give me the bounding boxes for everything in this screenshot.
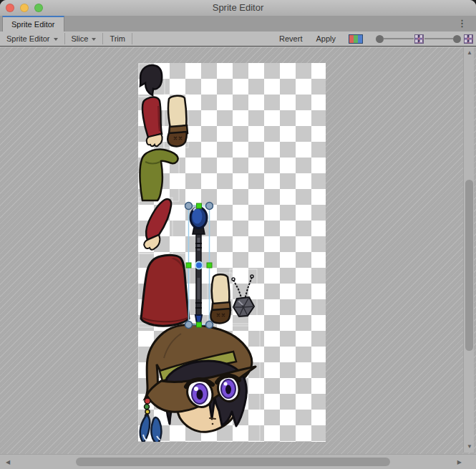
edge-resize-handle[interactable] xyxy=(197,322,202,327)
horizontal-scrollbar-thumb[interactable] xyxy=(76,458,391,466)
chevron-down-icon xyxy=(54,38,58,41)
sprite-arm-sleeve-right[interactable] xyxy=(144,199,171,250)
trim-button[interactable]: Trim xyxy=(103,32,132,46)
sprite-editor-window: Sprite Editor Sprite Editor ⋮ Sprite Edi… xyxy=(0,0,476,469)
sprite-skirt[interactable] xyxy=(141,255,189,326)
sprite-hair-tuft[interactable] xyxy=(140,65,162,95)
sprite-scarf[interactable] xyxy=(140,149,178,200)
tab-label: Sprite Editor xyxy=(11,20,55,29)
sprite-editor-canvas[interactable]: ▲ ▼ ◀ ▶ xyxy=(0,47,476,469)
separator xyxy=(132,33,132,44)
traffic-lights xyxy=(6,4,43,12)
right-eye xyxy=(217,376,239,402)
close-button-icon[interactable] xyxy=(6,4,14,12)
revert-label: Revert xyxy=(279,34,302,43)
vertical-scrollbar[interactable]: ▲ ▼ xyxy=(463,47,474,453)
vertical-scrollbar-thumb[interactable] xyxy=(465,180,473,352)
corner-resize-handle[interactable] xyxy=(206,203,213,210)
sprite-boot-left[interactable] xyxy=(167,96,188,147)
horizontal-scrollbar[interactable]: ◀ ▶ xyxy=(0,454,476,469)
mip-level-large-icon xyxy=(464,34,473,44)
scroll-up-icon[interactable]: ▲ xyxy=(467,50,472,56)
sprite-amulet[interactable] xyxy=(232,275,254,316)
trim-label: Trim xyxy=(110,34,125,43)
apply-label: Apply xyxy=(316,34,336,43)
sprite-editor-mode-label: Sprite Editor xyxy=(6,34,50,43)
mip-slider-knob[interactable] xyxy=(453,35,461,43)
scroll-left-icon[interactable]: ◀ xyxy=(6,460,10,465)
titlebar: Sprite Editor xyxy=(0,0,476,16)
toolbar: Sprite Editor Slice Trim Revert Apply xyxy=(0,32,476,47)
zoom-slider-track[interactable] xyxy=(384,38,414,39)
tab-sprite-editor[interactable]: Sprite Editor xyxy=(2,16,64,32)
texture-view[interactable] xyxy=(138,63,326,442)
zoom-slider-knob[interactable] xyxy=(376,35,384,43)
corner-resize-handle[interactable] xyxy=(206,321,213,329)
apply-button[interactable]: Apply xyxy=(309,34,342,43)
overflow-menu-icon[interactable]: ⋮ xyxy=(457,17,467,30)
slice-menu[interactable]: Slice xyxy=(65,32,103,46)
zoom-button-icon[interactable] xyxy=(34,4,43,12)
slice-label: Slice xyxy=(72,34,89,43)
mip-level-small-icon xyxy=(414,34,424,44)
rgb-channels-toggle-button[interactable] xyxy=(349,34,363,44)
scroll-down-icon[interactable]: ▼ xyxy=(467,444,472,450)
scroll-right-icon[interactable]: ▶ xyxy=(457,460,462,465)
toolbar-right-group: Revert Apply xyxy=(272,32,476,46)
pivot-handle[interactable] xyxy=(195,262,203,269)
sprite-boot-right[interactable] xyxy=(210,274,230,323)
chevron-down-icon xyxy=(92,38,96,41)
mip-slider-track[interactable] xyxy=(424,38,453,39)
edge-resize-handle[interactable] xyxy=(186,263,191,268)
sprite-arm-sleeve-left[interactable] xyxy=(142,97,162,147)
corner-resize-handle[interactable] xyxy=(185,203,193,210)
sprite-head[interactable] xyxy=(140,324,256,442)
edge-resize-handle[interactable] xyxy=(197,203,202,208)
revert-button[interactable]: Revert xyxy=(273,34,309,43)
tab-strip: Sprite Editor ⋮ xyxy=(0,16,476,32)
minimize-button-icon[interactable] xyxy=(20,4,29,12)
sprite-sheet xyxy=(138,63,326,442)
corner-resize-handle[interactable] xyxy=(185,321,193,329)
zoom-and-mip-sliders xyxy=(376,34,474,44)
edge-resize-handle[interactable] xyxy=(207,263,212,268)
sprite-editor-mode-menu[interactable]: Sprite Editor xyxy=(0,32,64,46)
window-title: Sprite Editor xyxy=(0,0,476,16)
